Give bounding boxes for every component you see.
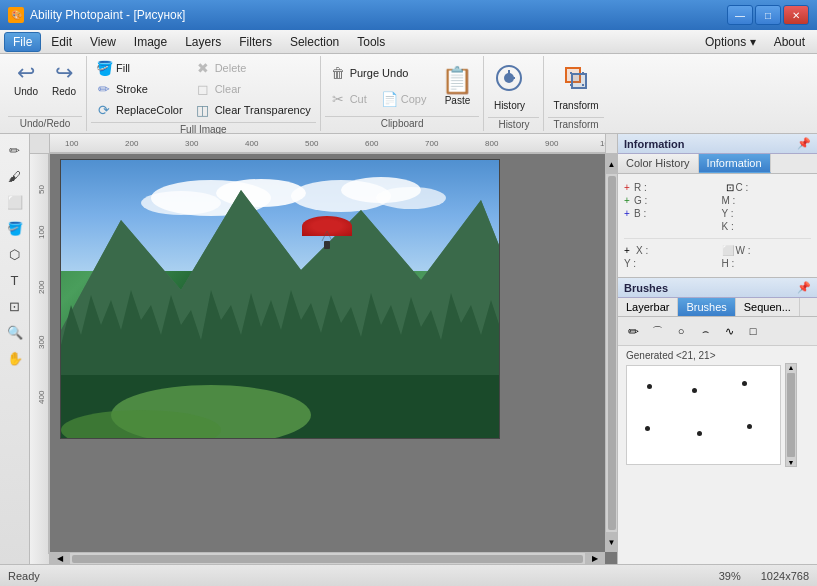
brush-scroll-down[interactable]: ▼ — [788, 459, 795, 466]
cleartransparency-icon: ◫ — [195, 102, 211, 118]
transform-button[interactable]: Transform — [548, 58, 603, 115]
paraglider-lines — [317, 231, 337, 249]
tool-brush[interactable]: 🖌 — [3, 164, 27, 188]
brush-preview — [626, 365, 781, 465]
ribbon-group-content-fullimage: 🪣 Fill ✏ Stroke ⟳ ReplaceColor ✖ Delete — [91, 58, 316, 120]
title-bar: 🎨 Ability Photopaint - [Рисунок] — □ ✕ — [0, 0, 817, 30]
y-label: Y : — [722, 208, 734, 219]
tool-zoom[interactable]: 🔍 — [3, 320, 27, 344]
svg-text:500: 500 — [305, 139, 319, 148]
c-row: ⊡ C : — [722, 182, 812, 193]
svg-text:800: 800 — [485, 139, 499, 148]
brushes-pin-icon[interactable]: 📌 — [797, 281, 811, 294]
ruler-corner — [30, 134, 50, 154]
r-row: + R : — [624, 182, 714, 193]
history-label: History — [494, 100, 525, 111]
copy-label: Copy — [401, 93, 427, 105]
svg-text:300: 300 — [185, 139, 199, 148]
paste-button[interactable]: 📋 Paste — [435, 63, 479, 110]
brush-preview-area: Generated <21, 21> ▲ — [618, 346, 817, 469]
undo-label: Undo — [14, 86, 38, 97]
redo-button[interactable]: ↪ Redo — [46, 58, 82, 101]
menu-edit[interactable]: Edit — [43, 32, 80, 52]
history-group-label: History — [488, 117, 539, 130]
ribbon: ↩ Undo ↪ Redo Undo/Redo 🪣 Fill ✏ Stroke — [0, 54, 817, 134]
tool-hand[interactable]: ✋ — [3, 346, 27, 370]
delete-button[interactable]: ✖ Delete — [190, 58, 316, 78]
brush-tool-arc[interactable]: ⌒ — [646, 320, 668, 342]
brush-tool-wave[interactable]: ⌢ — [694, 320, 716, 342]
stroke-button[interactable]: ✏ Stroke — [91, 79, 188, 99]
ruler-horizontal: 100 200 300 400 500 600 700 800 900 1000 — [50, 134, 605, 154]
vscrollbar[interactable]: ▲ ▼ — [605, 154, 617, 552]
tool-pencil[interactable]: ✏ — [3, 138, 27, 162]
tool-select[interactable]: ⬡ — [3, 242, 27, 266]
clear-button[interactable]: ◻ Clear — [190, 79, 316, 99]
brush-scroll-up[interactable]: ▲ — [788, 364, 795, 371]
svg-text:50: 50 — [37, 185, 46, 194]
svg-text:200: 200 — [125, 139, 139, 148]
brush-tool-pencil[interactable]: ✏ — [622, 320, 644, 342]
tab-brushes[interactable]: Brushes — [678, 298, 735, 316]
tool-fill[interactable]: 🪣 — [3, 216, 27, 240]
history-button[interactable]: History — [488, 58, 530, 115]
close-button[interactable]: ✕ — [783, 5, 809, 25]
menu-selection[interactable]: Selection — [282, 32, 347, 52]
paraglider — [302, 216, 352, 246]
brush-scrollbar[interactable]: ▲ ▼ — [785, 363, 797, 467]
tool-crop[interactable]: ⊡ — [3, 294, 27, 318]
maximize-button[interactable]: □ — [755, 5, 781, 25]
brush-toolbar: ✏ ⌒ ○ ⌢ ∿ □ — [618, 317, 817, 346]
cut-button[interactable]: ✂ Cut — [325, 89, 372, 109]
stroke-label: Stroke — [116, 83, 148, 95]
menu-about[interactable]: About — [766, 32, 813, 52]
paste-label: Paste — [445, 95, 471, 106]
cleartransparency-button[interactable]: ◫ Clear Transparency — [190, 100, 316, 120]
brush-tool-squiggle[interactable]: ∿ — [718, 320, 740, 342]
menu-image[interactable]: Image — [126, 32, 175, 52]
menu-right: Options ▾ About — [697, 32, 813, 52]
menu-options[interactable]: Options ▾ — [697, 32, 764, 52]
r-label: R : — [634, 182, 647, 193]
status-right: 39% 1024x768 — [719, 570, 809, 582]
brush-tool-circle[interactable]: ○ — [670, 320, 692, 342]
main-area: ✏ 🖌 ⬜ 🪣 ⬡ T ⊡ 🔍 ✋ 100 200 300 400 500 — [0, 134, 817, 564]
tab-layerbar[interactable]: Layerbar — [618, 298, 678, 316]
app-icon: 🎨 — [8, 7, 24, 23]
menu-filters[interactable]: Filters — [231, 32, 280, 52]
svg-text:300: 300 — [37, 335, 46, 349]
brush-tool-rect[interactable]: □ — [742, 320, 764, 342]
menu-file[interactable]: File — [4, 32, 41, 52]
tool-text[interactable]: T — [3, 268, 27, 292]
minimize-button[interactable]: — — [727, 5, 753, 25]
undo-button[interactable]: ↩ Undo — [8, 58, 44, 101]
copy-button[interactable]: 📄 Copy — [376, 89, 432, 109]
xy-icon: + — [624, 245, 634, 256]
menu-view[interactable]: View — [82, 32, 124, 52]
b-label: B : — [634, 208, 646, 219]
menu-layers[interactable]: Layers — [177, 32, 229, 52]
status-zoom: 39% — [719, 570, 741, 582]
divider — [624, 238, 811, 239]
purgeundo-button[interactable]: 🗑 Purge Undo — [325, 63, 432, 83]
cut-icon: ✂ — [330, 91, 346, 107]
tool-eraser[interactable]: ⬜ — [3, 190, 27, 214]
position-info: + X : Y : ⬜ W : — [624, 243, 811, 271]
left-toolbar: ✏ 🖌 ⬜ 🪣 ⬡ T ⊡ 🔍 ✋ — [0, 134, 30, 564]
tab-color-history[interactable]: Color History — [618, 154, 699, 173]
fill-button[interactable]: 🪣 Fill — [91, 58, 188, 78]
hscrollbar[interactable]: ◀ ▶ — [50, 552, 605, 564]
replacecolor-button[interactable]: ⟳ ReplaceColor — [91, 100, 188, 120]
tab-information[interactable]: Information — [699, 154, 771, 173]
menu-tools[interactable]: Tools — [349, 32, 393, 52]
x-label: X : — [636, 245, 648, 256]
pin-icon[interactable]: 📌 — [797, 137, 811, 150]
ribbon-group-content-undoredo: ↩ Undo ↪ Redo — [8, 58, 82, 114]
g-row: + G : — [624, 195, 714, 206]
canvas-scroll-area[interactable]: ◀ ▶ ▲ ▼ — [50, 154, 617, 564]
tab-sequen[interactable]: Sequen... — [736, 298, 800, 316]
h-label: H : — [722, 258, 735, 269]
redo-icon: ↪ — [55, 62, 73, 84]
svg-text:200: 200 — [37, 280, 46, 294]
information-panel: Information 📌 Color History Information … — [618, 134, 817, 277]
